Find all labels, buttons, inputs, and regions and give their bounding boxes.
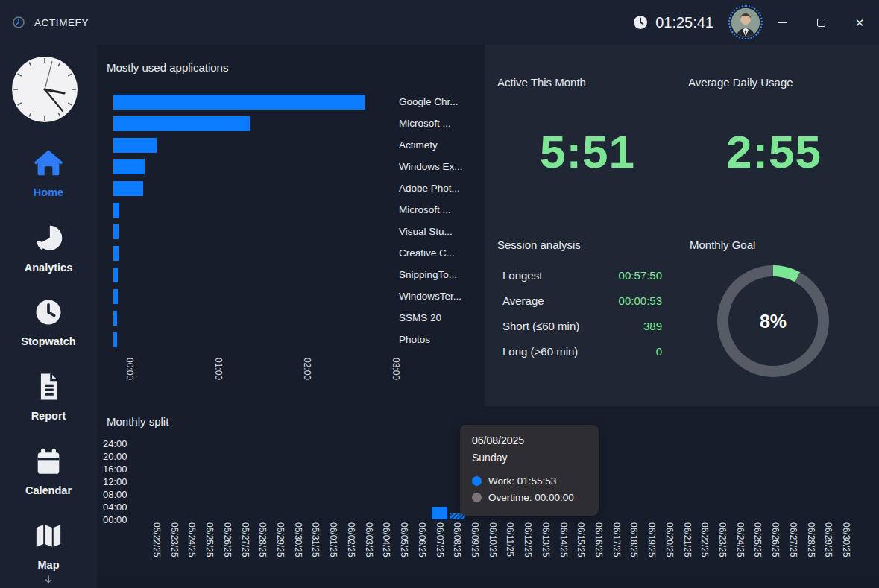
app-usage-row: Creative C... bbox=[113, 242, 483, 264]
y-axis-tick-label: 04:00 bbox=[103, 501, 139, 513]
monthly-goal-title: Monthly Goal bbox=[690, 238, 755, 251]
day-slot bbox=[819, 443, 837, 519]
day-slot bbox=[696, 443, 713, 519]
date-tick-label: 06/24/25 bbox=[736, 522, 745, 557]
date-tick-label: 06/11/25 bbox=[505, 522, 514, 557]
date-tick-label: 06/27/25 bbox=[789, 522, 798, 557]
session-row: Average 00:00:53 bbox=[502, 288, 662, 313]
date-tick-label: 06/14/25 bbox=[559, 522, 568, 557]
date-tick-label: 05/28/25 bbox=[258, 522, 267, 557]
day-slot bbox=[431, 443, 449, 519]
sidebar-item-report[interactable]: Report bbox=[0, 370, 97, 422]
app-usage-bar[interactable] bbox=[113, 138, 157, 153]
app-usage-bar[interactable] bbox=[113, 246, 119, 261]
app-usage-row: Microsoft ... bbox=[113, 199, 483, 221]
day-slot bbox=[608, 443, 626, 519]
app-usage-bar[interactable] bbox=[113, 95, 365, 110]
tooltip-work: Work: 01:55:53 bbox=[488, 475, 556, 487]
app-label: Google Chr... bbox=[399, 96, 459, 107]
day-slot bbox=[218, 443, 236, 519]
app-usage-row: SnippingTo... bbox=[113, 264, 483, 285]
session-row-label: Long (>60 min) bbox=[502, 345, 578, 358]
date-tick-label: 06/06/25 bbox=[418, 522, 426, 557]
day-slot bbox=[802, 443, 820, 519]
actimefy-window: { "colors": { "accent_blue": "#0a7cff", … bbox=[0, 0, 879, 588]
x-axis-tick-label: 02:00 bbox=[303, 358, 312, 380]
app-usage-row: WindowsTer... bbox=[113, 285, 483, 307]
day-slot bbox=[148, 443, 166, 519]
date-tick-label: 06/26/25 bbox=[771, 522, 780, 557]
app-usage-bar[interactable] bbox=[113, 332, 117, 347]
user-avatar[interactable] bbox=[728, 5, 763, 39]
day-slot bbox=[731, 443, 749, 519]
date-tick-label: 06/29/25 bbox=[824, 522, 833, 557]
day-slot bbox=[166, 443, 183, 519]
work-legend-dot bbox=[472, 476, 482, 486]
app-usage-bar[interactable] bbox=[113, 203, 119, 218]
monthly-split-panel: Monthly split 24:0020:0016:0012:0008:000… bbox=[97, 406, 879, 575]
calendar-icon bbox=[32, 445, 65, 478]
app-label: WindowsTer... bbox=[399, 291, 461, 302]
session-row-value: 389 bbox=[643, 320, 662, 332]
map-icon bbox=[32, 519, 65, 552]
sidebar-item-map[interactable]: Map bbox=[0, 519, 97, 571]
sidebar-scroll-down[interactable] bbox=[0, 575, 97, 588]
day-slot bbox=[395, 443, 413, 519]
app-title: ACTIMEFY bbox=[34, 17, 89, 28]
sidebar-item-home[interactable]: Home bbox=[0, 145, 97, 198]
day-slot bbox=[253, 443, 271, 519]
sidebar-item-stopwatch[interactable]: Stopwatch bbox=[0, 296, 97, 347]
session-row-value: 00:00:53 bbox=[619, 294, 662, 307]
session-row: Short (≤60 min) 389 bbox=[502, 313, 662, 338]
date-tick-label: 06/22/25 bbox=[700, 522, 709, 557]
app-usage-bar[interactable] bbox=[113, 159, 145, 174]
x-axis-tick-label: 00:00 bbox=[125, 358, 134, 380]
tooltip-overtime: Overtime: 00:00:00 bbox=[488, 492, 574, 503]
session-row: Longest 00:57:50 bbox=[502, 262, 662, 288]
day-slot bbox=[713, 443, 731, 519]
app-usage-bar[interactable] bbox=[113, 224, 119, 239]
pie-chart-icon bbox=[32, 222, 65, 255]
date-tick-label: 06/23/25 bbox=[718, 522, 727, 557]
date-tick-label: 06/01/25 bbox=[329, 522, 338, 557]
date-tick-label: 05/30/25 bbox=[294, 522, 303, 557]
day-usage-bar[interactable] bbox=[432, 507, 447, 519]
date-tick-label: 06/21/25 bbox=[683, 522, 692, 557]
maximize-button[interactable] bbox=[801, 0, 840, 45]
date-tick-label: 05/25/25 bbox=[205, 522, 214, 557]
app-usage-row: Google Chr... bbox=[113, 91, 483, 113]
app-usage-row: Windows Ex... bbox=[113, 156, 483, 177]
session-row: Long (>60 min) 0 bbox=[502, 338, 662, 364]
minimize-button[interactable] bbox=[763, 0, 801, 45]
day-slot bbox=[289, 443, 307, 519]
app-usage-bar[interactable] bbox=[113, 268, 118, 282]
date-tick-label: 06/20/25 bbox=[665, 522, 674, 557]
session-row-label: Short (≤60 min) bbox=[502, 320, 579, 332]
overtime-legend-dot bbox=[472, 493, 482, 502]
minimize-icon bbox=[778, 22, 787, 23]
day-slot bbox=[377, 443, 395, 519]
avatar-photo bbox=[731, 8, 760, 37]
app-usage-bar[interactable] bbox=[113, 311, 117, 326]
date-tick-label: 05/26/25 bbox=[223, 522, 232, 557]
app-label: Adobe Phot... bbox=[399, 183, 460, 194]
stats-panel: Active This Month Average Daily Usage 5:… bbox=[485, 45, 879, 406]
date-tick-label: 06/13/25 bbox=[541, 522, 550, 557]
sidebar-item-calendar[interactable]: Calendar bbox=[0, 445, 97, 496]
close-button[interactable]: ✕ bbox=[840, 0, 879, 45]
day-slot bbox=[183, 443, 201, 519]
app-usage-bar[interactable] bbox=[113, 116, 250, 131]
date-tick-label: 05/31/25 bbox=[311, 522, 320, 557]
active-this-month-value: 5:51 bbox=[513, 125, 662, 178]
date-tick-label: 06/09/25 bbox=[470, 522, 479, 557]
day-slot bbox=[766, 443, 784, 519]
day-slot bbox=[784, 443, 802, 519]
average-daily-usage-value: 2:55 bbox=[699, 125, 848, 178]
day-slot bbox=[342, 443, 360, 519]
date-tick-label: 06/15/25 bbox=[576, 522, 585, 557]
app-usage-bar[interactable] bbox=[113, 289, 118, 304]
day-slot bbox=[678, 443, 696, 519]
sidebar-item-analytics[interactable]: Analytics bbox=[0, 222, 97, 274]
app-usage-bar[interactable] bbox=[113, 181, 143, 196]
date-tick-label: 06/12/25 bbox=[523, 522, 532, 557]
